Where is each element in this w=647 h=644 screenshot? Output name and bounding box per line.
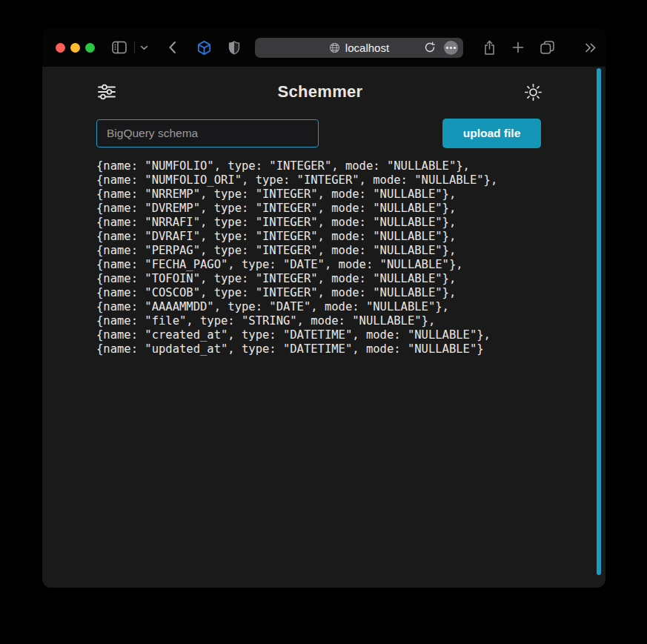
cube-icon — [196, 39, 213, 56]
schema-line: {name: "AAAAMMDD", type: "DATE", mode: "… — [96, 300, 605, 314]
page-title: Schemmer — [117, 82, 523, 102]
double-chevron-right-icon — [585, 43, 597, 53]
schema-line: {name: "file", type: "STRING", mode: "NU… — [96, 314, 605, 328]
browser-titlebar: localhost — [42, 28, 605, 67]
toolbar-divider — [134, 42, 135, 53]
share-button[interactable] — [483, 40, 496, 56]
controls-row: upload file — [42, 119, 605, 148]
new-tab-button[interactable] — [512, 42, 524, 53]
chevron-left-icon — [168, 41, 176, 54]
back-button[interactable] — [168, 41, 176, 54]
toolbar-overflow-button[interactable] — [585, 43, 597, 53]
ellipsis-icon — [446, 47, 448, 49]
sliders-icon — [96, 82, 117, 102]
schema-line: {name: "TOFOIN", type: "INTEGER", mode: … — [96, 272, 605, 286]
schema-line: {name: "DVREMP", type: "INTEGER", mode: … — [96, 202, 605, 216]
browser-window: localhost — [42, 28, 605, 588]
schema-line: {name: "NRREMP", type: "INTEGER", mode: … — [96, 187, 605, 202]
sidebar-toggle-button[interactable] — [111, 40, 127, 55]
page-content: Schemmer upload file {name: "NUMFOL — [42, 67, 605, 588]
page-settings-button[interactable] — [444, 41, 458, 55]
sun-icon — [523, 82, 543, 102]
plus-icon — [512, 42, 524, 53]
minimize-window-button[interactable] — [70, 43, 80, 53]
zoom-window-button[interactable] — [85, 43, 95, 53]
schema-line: {name: "NRRAFI", type: "INTEGER", mode: … — [96, 216, 605, 230]
address-bar[interactable]: localhost — [255, 38, 463, 58]
schema-output: {name: "NUMFOLIO", type: "INTEGER", mode… — [96, 159, 605, 356]
theme-toggle-button[interactable] — [523, 82, 543, 102]
shield-extension-button[interactable] — [228, 41, 240, 55]
close-window-button[interactable] — [56, 43, 65, 53]
url-text: localhost — [345, 42, 389, 54]
schema-line: {name: "updated_at", type: "DATETIME", m… — [96, 342, 605, 356]
schema-line: {name: "NUMFOLIO", type: "INTEGER", mode… — [96, 159, 605, 173]
tab-overview-button[interactable] — [540, 40, 555, 55]
window-controls — [56, 43, 95, 53]
reload-icon — [424, 42, 436, 53]
reload-button[interactable] — [424, 42, 436, 56]
schema-line: {name: "NUMFOLIO_ORI", type: "INTEGER", … — [96, 173, 605, 187]
schema-line: {name: "COSCOB", type: "INTEGER", mode: … — [96, 286, 605, 300]
settings-button[interactable] — [96, 82, 117, 102]
extension-box-button[interactable] — [196, 39, 213, 56]
globe-icon — [329, 42, 340, 53]
sidebar-icon — [111, 40, 127, 55]
schema-line: {name: "PERPAG", type: "INTEGER", mode: … — [96, 244, 605, 258]
share-icon — [483, 40, 496, 56]
upload-file-button[interactable]: upload file — [442, 119, 541, 148]
schema-line: {name: "DVRAFI", type: "INTEGER", mode: … — [96, 230, 605, 244]
schema-name-input[interactable] — [96, 119, 319, 147]
schema-line: {name: "FECHA_PAGO", type: "DATE", mode:… — [96, 258, 605, 272]
sidebar-menu-button[interactable] — [140, 45, 148, 50]
app-header: Schemmer — [42, 67, 605, 102]
chevron-down-icon — [140, 45, 148, 50]
tabs-overview-icon — [540, 40, 555, 55]
schema-line: {name: "created_at", type: "DATETIME", m… — [96, 328, 605, 342]
page-scrollbar[interactable] — [597, 68, 601, 575]
shield-icon — [228, 41, 240, 55]
